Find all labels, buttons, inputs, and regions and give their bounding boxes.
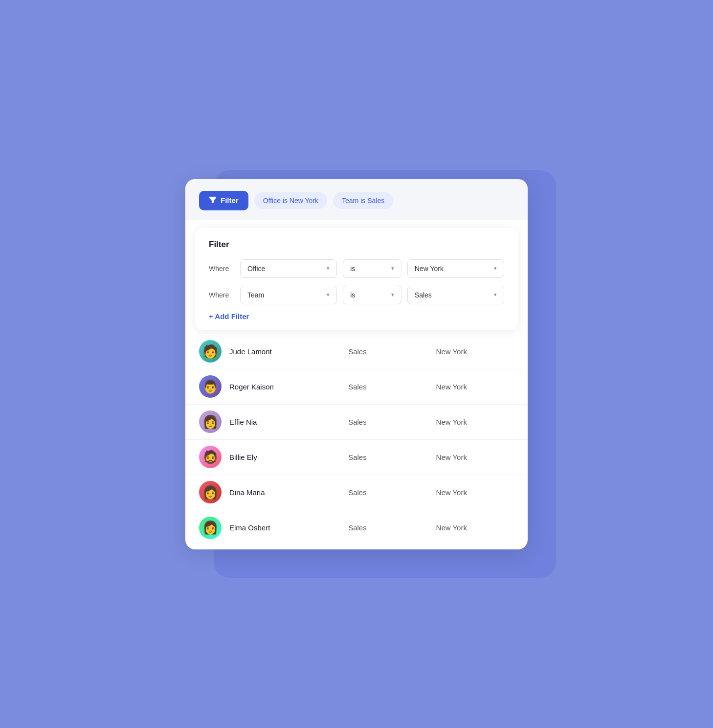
filter-icon [209,196,217,205]
avatar-face: 👩 [202,520,218,535]
filter-row-2: Where Team ▾ is ▾ Sales ▾ [209,286,504,304]
add-filter-label: + Add Filter [209,312,249,320]
avatar: 👨 [199,375,222,398]
team-cell: Sales [338,347,426,356]
operator-value-2: is [350,291,355,299]
filter-panel: Filter Where Office ▾ is ▾ New York ▾ [195,228,518,330]
person-name: Billie Ely [229,453,338,461]
avatar-face: 🧔 [202,450,218,465]
avatar: 🧑 [199,340,222,363]
value-select-1[interactable]: New York ▾ [407,259,504,278]
avatar-face: 👩 [202,485,218,500]
filter-tag-team[interactable]: Team is Sales [333,192,393,209]
table-row: 👩 Dina Maria Sales New York [185,475,528,510]
team-cell: Sales [338,418,426,426]
team-cell: Sales [338,383,426,391]
main-card: Filter Office is New York Team is Sales … [185,179,528,549]
filter-value-1: New York [415,265,444,273]
where-label-1: Where [209,265,234,273]
value-select-2[interactable]: Sales ▾ [407,286,504,304]
avatar-face: 👩 [202,414,218,430]
chevron-icon-5: ▾ [391,292,394,298]
table-row: 🧔 Billie Ely Sales New York [185,440,528,475]
person-name: Roger Kaison [229,383,338,391]
office-cell: New York [426,383,514,391]
field-value-2: Team [247,291,264,299]
person-name: Effie Nia [229,418,338,426]
avatar: 👩 [199,517,222,539]
outer-container: Filter Office is New York Team is Sales … [166,156,547,573]
team-cell: Sales [338,488,426,497]
where-label-2: Where [209,291,234,299]
office-cell: New York [426,418,514,426]
add-filter-button[interactable]: + Add Filter [209,312,249,320]
office-cell: New York [426,453,514,461]
filter-tag-office-label: Office is New York [263,197,318,205]
chevron-icon-4: ▾ [327,292,330,298]
top-bar: Filter Office is New York Team is Sales [185,179,528,220]
filter-value-2: Sales [415,291,432,299]
office-cell: New York [426,347,514,356]
operator-select-2[interactable]: is ▾ [343,286,401,304]
field-value-1: Office [247,265,265,273]
table-row: 👨 Roger Kaison Sales New York [185,369,528,405]
chevron-icon-3: ▾ [494,265,497,272]
person-name: Elma Osbert [229,523,338,532]
filter-tag-team-label: Team is Sales [342,197,384,205]
avatar: 🧔 [199,446,222,468]
filter-button[interactable]: Filter [199,191,248,210]
avatar-face: 🧑 [202,344,218,359]
office-cell: New York [426,523,514,532]
field-select-2[interactable]: Team ▾ [240,286,337,304]
field-select-1[interactable]: Office ▾ [240,259,337,278]
avatar-face: 👨 [202,379,218,394]
filter-row-1: Where Office ▾ is ▾ New York ▾ [209,259,504,278]
table-area: 🧑 Jude Lamont Sales New York 👨 Roger Kai… [185,334,528,549]
table-row: 🧑 Jude Lamont Sales New York [185,334,528,369]
operator-value-1: is [350,265,355,273]
person-name: Dina Maria [229,488,338,497]
chevron-icon-2: ▾ [391,265,394,272]
avatar: 👩 [199,481,222,503]
operator-select-1[interactable]: is ▾ [343,259,401,278]
filter-tag-office[interactable]: Office is New York [254,192,327,209]
chevron-icon-1: ▾ [327,265,330,272]
table-row: 👩 Effie Nia Sales New York [185,405,528,440]
table-row: 👩 Elma Osbert Sales New York [185,510,528,546]
filter-button-label: Filter [221,196,239,205]
team-cell: Sales [338,453,426,461]
person-name: Jude Lamont [229,347,338,356]
chevron-icon-6: ▾ [494,292,497,298]
filter-panel-title: Filter [209,240,504,250]
team-cell: Sales [338,523,426,532]
office-cell: New York [426,488,514,497]
avatar: 👩 [199,410,222,433]
